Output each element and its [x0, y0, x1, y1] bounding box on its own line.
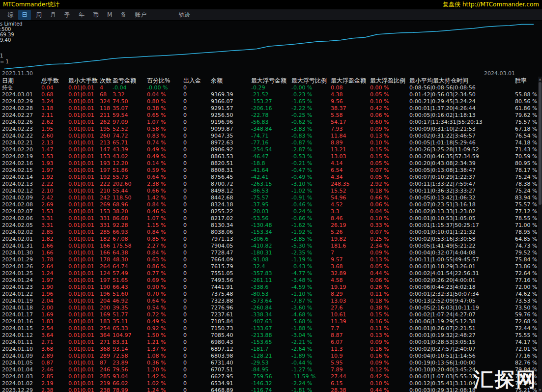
table-row[interactable]: 2024.01.152.540.01|0.0125465.330.92 %071…	[0, 325, 538, 332]
table-row[interactable]: 2024.02.161.930.01|0.0119312.200.14 %088…	[0, 160, 538, 167]
column-header-11[interactable]: 最大浮盈比例	[370, 77, 409, 84]
column-header-2[interactable]: 最小大手数	[68, 77, 100, 84]
column-header-1[interactable]: 总手数	[41, 77, 68, 84]
menu-item-年[interactable]: 年	[75, 10, 88, 20]
table-row[interactable]: 2024.02.132.220.01|0.01222202.602.38 %08…	[0, 181, 538, 188]
menu-item-日[interactable]: 日	[18, 10, 31, 20]
column-header-7[interactable]: 余额	[211, 77, 251, 84]
table-row[interactable]: 2024.01.231.900.01|0.0119066.430.90 %074…	[0, 284, 538, 291]
table-row[interactable]: 2024.02.191.530.01|0.0115343.020.49 %088…	[0, 153, 538, 160]
table-row[interactable]: 2024.02.272.110.01|0.0121159.540.65 %092…	[0, 112, 538, 119]
menu-item-M[interactable]: M	[104, 10, 115, 19]
table-row[interactable]: 2024.02.222.600.01|0.0126074.720.83 %090…	[0, 133, 538, 140]
table-row[interactable]: 2024.02.293.240.01|0.0132474.500.80 %093…	[0, 98, 538, 105]
table-cell: 92.28	[113, 222, 147, 229]
table-cell: 0	[183, 119, 211, 126]
table-row[interactable]: 2024.02.281.180.01|0.0111835.070.38 %092…	[0, 105, 538, 112]
table-cell: 0:00:05|0:16:02|1:18:13	[409, 112, 515, 119]
column-header-13[interactable]: 胜率	[515, 77, 538, 84]
column-header-4[interactable]: 盈亏金额	[113, 77, 147, 84]
table-row[interactable]: 2024.03.010.680.01|0.01683.320.04 %09369…	[0, 91, 538, 98]
table-row[interactable]: 2024.01.241.970.01|0.0119751.650.69 %074…	[0, 277, 538, 284]
table-row[interactable]: 2024.01.262.640.01|0.0126464.740.86 %076…	[0, 263, 538, 270]
table-row[interactable]: 2024.01.022.190.01|0.0121966.021.02 %065…	[0, 380, 538, 387]
table-cell: 254	[100, 325, 113, 332]
table-row[interactable]: 2024.02.201.470.01|0.0114743.390.49 %089…	[0, 146, 538, 153]
table-cell: 70.59 %	[515, 153, 538, 160]
table-row[interactable]: 2024.01.161.830.01|0.0118335.110.49 %071…	[0, 318, 538, 325]
table-row[interactable]: 2024.02.141.920.01|0.0119255.730.64 %087…	[0, 174, 538, 181]
table-cell: 0	[183, 291, 211, 298]
menu-item-轨迹[interactable]: 轨迹	[175, 10, 194, 20]
table-row[interactable]: 2024.01.291.780.01|0.0117848.300.63 %076…	[0, 256, 538, 263]
table-row[interactable]: 持仓0.040.01|0.014-0.04-0.00 %0-0.29-0.00 …	[0, 84, 538, 91]
table-row[interactable]: 2024.01.311.660.01|0.01166175.582.27 %07…	[0, 243, 538, 250]
column-header-5[interactable]: 百分比%	[147, 77, 183, 84]
column-header-3[interactable]: 次数	[100, 77, 113, 84]
menu-item-周[interactable]: 周	[32, 10, 45, 20]
table-row[interactable]: 2024.02.092.420.01|0.01242118.501.42 %08…	[0, 195, 538, 201]
column-header-0[interactable]: 日期	[2, 77, 41, 84]
menu-item-备[interactable]: 备	[117, 10, 130, 20]
table-row[interactable]: 2024.01.182.000.01|0.0120039.350.54 %072…	[0, 305, 538, 311]
table-cell: 2024.01.16	[2, 318, 41, 325]
table-cell: 75.57 %	[515, 201, 538, 208]
table-cell: 79.56	[113, 366, 147, 373]
menu-item-季[interactable]: 季	[61, 10, 74, 20]
table-row[interactable]: 2024.02.071.530.01|0.0115338.200.46 %082…	[0, 208, 538, 215]
table-row[interactable]: 2024.01.192.040.01|0.0120446.920.64 %073…	[0, 298, 538, 305]
column-header-9[interactable]: 最大浮亏比例	[291, 77, 331, 84]
table-row[interactable]: 2024.02.231.950.01|0.0119552.520.58 %090…	[0, 126, 538, 133]
table-row[interactable]: 2024.02.212.130.01|0.0121365.710.74 %089…	[0, 140, 538, 146]
table-cell: 0.13 %	[370, 332, 409, 339]
table-row[interactable]: 2024.01.112.710.01|0.0127183.311.21 %069…	[0, 339, 538, 346]
table-cell: -86.53	[251, 188, 291, 195]
table-row[interactable]: 2024.01.092.890.01|0.0128972.581.08 %068…	[0, 353, 538, 360]
table-row[interactable]: 2024.02.063.310.01|0.0133186.681.07 %082…	[0, 215, 538, 222]
table-row[interactable]: 2023.12.292.380.01|0.0123878.991.24 %064…	[0, 387, 538, 392]
table-cell: 2.92 %	[370, 181, 409, 188]
table-row[interactable]: 2024.01.032.850.01|0.0128593.041.42 %066…	[0, 373, 538, 380]
column-header-6[interactable]: 出入金	[183, 77, 211, 84]
table-cell: 0.11 %	[370, 291, 409, 298]
column-header-10[interactable]: 最大浮盈金额	[331, 77, 370, 84]
table-cell: 0.16 %	[370, 353, 409, 360]
table-cell: 2024.01.17	[2, 311, 41, 318]
table-row[interactable]: 2024.01.103.680.01|0.0136893.141.37 %068…	[0, 346, 538, 353]
table-row[interactable]: 2024.02.053.310.01|0.0133192.281.15 %081…	[0, 222, 538, 229]
table-row[interactable]: 2024.01.042.460.01|0.0124679.561.20 %067…	[0, 366, 538, 373]
menu-item-月[interactable]: 月	[47, 10, 59, 20]
column-header-8[interactable]: 最大浮亏金额	[251, 77, 291, 84]
menu-item-币[interactable]: 币	[89, 10, 102, 20]
menu-item-账户[interactable]: 账户	[131, 10, 150, 20]
column-header-12[interactable]: 最小平均最大持仓时间	[409, 77, 515, 84]
table-cell: 0:00:04|0:32:07|4:04:08	[409, 250, 515, 256]
table-cell: -74.71	[251, 133, 291, 140]
table-row[interactable]: 2024.01.251.240.01|0.0112457.490.77 %075…	[0, 270, 538, 277]
table-row[interactable]: 2024.02.022.850.01|0.0128566.930.84 %080…	[0, 229, 538, 236]
table-cell: -338.34	[251, 311, 291, 318]
scroll-up-icon[interactable]: ▲	[538, 77, 542, 81]
table-row[interactable]: 2024.01.123.640.01|0.01364104.971.50 %07…	[0, 332, 538, 339]
scroll-down-icon[interactable]: ▼	[538, 388, 542, 392]
table-cell: 5.95	[331, 360, 370, 366]
table-row[interactable]: 2024.01.171.690.01|0.0116951.770.72 %072…	[0, 311, 538, 318]
table-row[interactable]: 2024.01.301.660.01|0.0116664.380.84 %077…	[0, 250, 538, 256]
scrollbar-thumb[interactable]	[539, 82, 542, 205]
table-cell: 1.07 %	[147, 215, 183, 222]
table-cell: 8906.92	[211, 146, 251, 153]
table-cell: 6.15	[331, 380, 370, 387]
table-row[interactable]: 2024.01.221.960.01|0.0119651.600.70 %073…	[0, 291, 538, 298]
table-row[interactable]: 2024.02.082.690.01|0.0126968.960.84 %083…	[0, 201, 538, 208]
table-cell: 0.06 %	[370, 201, 409, 208]
table-row[interactable]: 2024.01.050.870.01|0.018723.890.36 %0673…	[0, 360, 538, 366]
table-row[interactable]: 2024.02.122.100.01|0.0121055.440.66 %084…	[0, 188, 538, 195]
table-cell: 0	[183, 98, 211, 105]
menu-item-综[interactable]: 综	[4, 10, 17, 20]
scrollbar[interactable]: ▲ ▼	[538, 77, 542, 392]
table-row[interactable]: 2024.02.011.820.01|0.0118267.080.85 %079…	[0, 236, 538, 243]
table-row[interactable]: 2024.02.262.620.01|0.0126297.091.07 %091…	[0, 119, 538, 126]
table-cell: 0:00:01|2:32:31|50:07:34	[409, 291, 515, 298]
titlebar-link[interactable]: 复盘侠 http://MTCommander.com	[443, 0, 539, 9]
table-row[interactable]: 2024.02.151.970.01|0.0119751.860.59 %088…	[0, 167, 538, 174]
